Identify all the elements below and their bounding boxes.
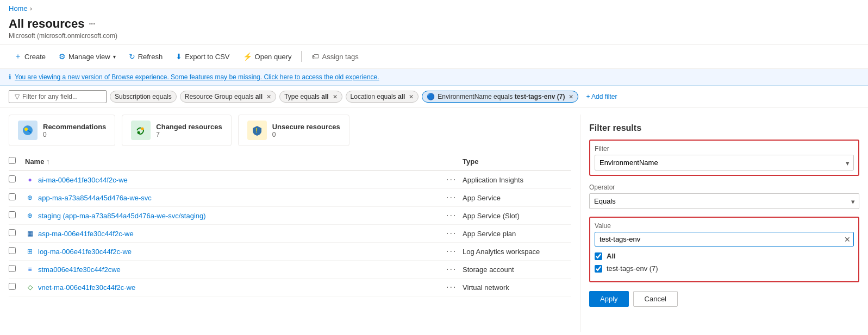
operator-section: Operator Equals ▾ bbox=[589, 184, 859, 209]
recommendations-text: Recommendations 0 bbox=[43, 123, 106, 138]
breadcrumb-separator: › bbox=[30, 4, 32, 12]
env-checkbox-item: test-tags-env (7) bbox=[595, 264, 854, 273]
changed-resources-card[interactable]: Changed resources 7 bbox=[122, 115, 231, 146]
env-filter-close[interactable]: ✕ bbox=[569, 93, 573, 100]
all-checkbox-label[interactable]: All bbox=[607, 252, 616, 260]
export-icon: ⬇ bbox=[176, 52, 182, 61]
table-row: ▦ asp-ma-006e41fe30c44f2c-we ··· App Ser… bbox=[9, 225, 571, 243]
assign-tags-button[interactable]: 🏷 Assign tags bbox=[306, 49, 364, 64]
unsecure-resources-text: Unsecure resources 0 bbox=[272, 123, 340, 138]
resource-link[interactable]: ⊞ log-ma-006e41fe30c44f2c-we bbox=[25, 246, 446, 256]
location-filter-tag[interactable]: Location equals all ✕ bbox=[346, 91, 419, 103]
resource-icon: ≡ bbox=[25, 264, 35, 274]
changed-resources-text: Changed resources 7 bbox=[156, 123, 222, 138]
add-filter-button[interactable]: + Add filter bbox=[582, 91, 621, 102]
row-more-button[interactable]: ··· bbox=[446, 246, 457, 256]
row-checkbox[interactable] bbox=[9, 247, 16, 254]
main-content: Recommendations 0 Changed resources 7 ! bbox=[0, 108, 868, 332]
info-icon: ℹ bbox=[9, 73, 11, 81]
col-name-header: Name ↑ bbox=[25, 157, 446, 166]
create-button[interactable]: ＋ Create bbox=[9, 49, 51, 64]
open-query-button[interactable]: ⚡ Open query bbox=[238, 49, 297, 64]
filter-value-clear-button[interactable]: ✕ bbox=[844, 235, 851, 244]
resource-link[interactable]: ⊕ staging (app-ma-a73a8544a45d476a-we-sv… bbox=[25, 211, 446, 220]
all-checkbox-item: All bbox=[595, 252, 854, 260]
table-row: ◇ vnet-ma-006e41fe30c44f2c-we ··· Virtua… bbox=[9, 279, 571, 296]
create-icon: ＋ bbox=[14, 52, 22, 61]
changed-resources-icon bbox=[131, 121, 151, 140]
row-checkbox[interactable] bbox=[9, 175, 16, 182]
unsecure-resources-card[interactable]: ! Unsecure resources 0 bbox=[238, 115, 349, 146]
resource-link[interactable]: ⊕ app-ma-a73a8544a45d476a-we-svc bbox=[25, 193, 446, 203]
type-filter-close[interactable]: ✕ bbox=[333, 93, 338, 100]
row-checkbox[interactable] bbox=[9, 211, 16, 218]
row-more-button[interactable]: ··· bbox=[446, 264, 457, 274]
row-more-button[interactable]: ··· bbox=[446, 229, 457, 238]
filter-results-panel: Filter results Filter EnvironmentName ▾ … bbox=[580, 115, 868, 332]
refresh-button[interactable]: ↻ Refresh bbox=[123, 49, 168, 64]
info-banner-link[interactable]: You are viewing a new version of Browse … bbox=[15, 73, 379, 81]
breadcrumb-home[interactable]: Home bbox=[9, 4, 28, 12]
table-row: ≡ stma006e41fe30c44f2cwe ··· Storage acc… bbox=[9, 261, 571, 279]
resource-link[interactable]: ≡ stma006e41fe30c44f2cwe bbox=[25, 264, 446, 274]
filter-select[interactable]: EnvironmentName bbox=[595, 155, 854, 170]
type-filter-tag[interactable]: Type equals all ✕ bbox=[279, 91, 342, 103]
resource-icon: ● bbox=[25, 175, 35, 185]
env-checkbox[interactable] bbox=[595, 265, 602, 273]
row-checkbox[interactable] bbox=[9, 229, 16, 236]
filter-placeholder: Filter for any field... bbox=[22, 93, 78, 100]
resource-link[interactable]: ● ai-ma-006e41fe30c44f2c-we bbox=[25, 175, 446, 185]
resource-icon: ⊕ bbox=[25, 193, 35, 203]
left-panel: Recommendations 0 Changed resources 7 ! bbox=[0, 108, 580, 332]
all-checkbox[interactable] bbox=[595, 252, 602, 260]
table-header: Name ↑ Type bbox=[9, 153, 571, 171]
subscription-filter-tag[interactable]: Subscription equals bbox=[110, 91, 177, 103]
recommendations-icon bbox=[18, 121, 38, 140]
more-options-icon[interactable]: ··· bbox=[89, 20, 95, 28]
row-checkbox[interactable] bbox=[9, 193, 16, 200]
filter-input[interactable]: ▽ Filter for any field... bbox=[9, 90, 107, 103]
panel-buttons: Apply Cancel bbox=[589, 291, 859, 307]
page-subtitle: Microsoft (microsoft.onmicrosoft.com) bbox=[9, 32, 859, 40]
row-more-button[interactable]: ··· bbox=[446, 175, 457, 184]
table-row: ● ai-ma-006e41fe30c44f2c-we ··· Applicat… bbox=[9, 171, 571, 189]
row-more-button[interactable]: ··· bbox=[446, 211, 457, 220]
cancel-button[interactable]: Cancel bbox=[633, 291, 678, 307]
filter-select-wrapper: EnvironmentName ▾ bbox=[595, 155, 854, 170]
apply-button[interactable]: Apply bbox=[589, 291, 629, 307]
resource-icon: ⊕ bbox=[25, 211, 35, 220]
operator-select-wrapper: Equals ▾ bbox=[589, 193, 859, 209]
tag-icon: 🏷 bbox=[311, 52, 319, 61]
row-more-button[interactable]: ··· bbox=[446, 282, 457, 292]
table-row: ⊞ log-ma-006e41fe30c44f2c-we ··· Log Ana… bbox=[9, 243, 571, 261]
unsecure-resources-icon: ! bbox=[247, 121, 267, 140]
svg-point-2 bbox=[141, 128, 144, 130]
filter-value-input[interactable] bbox=[595, 232, 854, 246]
row-checkbox[interactable] bbox=[9, 265, 16, 272]
refresh-icon: ↻ bbox=[129, 52, 135, 61]
filter-label: Filter bbox=[595, 145, 854, 153]
resource-link[interactable]: ◇ vnet-ma-006e41fe30c44f2c-we bbox=[25, 282, 446, 292]
manage-view-button[interactable]: ⚙ Manage view ▾ bbox=[53, 49, 121, 64]
resource-group-filter-close[interactable]: ✕ bbox=[266, 93, 271, 100]
gear-icon: ⚙ bbox=[59, 52, 66, 61]
recommendations-card[interactable]: Recommendations 0 bbox=[9, 115, 115, 146]
env-checkbox-label[interactable]: test-tags-env (7) bbox=[607, 264, 658, 273]
env-filter-icon: 🔵 bbox=[427, 93, 435, 100]
operator-label: Operator bbox=[589, 184, 859, 191]
resource-icon: ▦ bbox=[25, 229, 35, 238]
toolbar: ＋ Create ⚙ Manage view ▾ ↻ Refresh ⬇ Exp… bbox=[0, 44, 868, 69]
resource-group-filter-tag[interactable]: Resource Group equals all ✕ bbox=[180, 91, 276, 103]
resource-link[interactable]: ▦ asp-ma-006e41fe30c44f2c-we bbox=[25, 229, 446, 238]
resource-icon: ◇ bbox=[25, 282, 35, 292]
row-checkbox[interactable] bbox=[9, 283, 16, 290]
col-type-header: Type bbox=[463, 157, 571, 166]
export-csv-button[interactable]: ⬇ Export to CSV bbox=[170, 49, 235, 64]
filter-icon: ▽ bbox=[15, 93, 20, 100]
row-more-button[interactable]: ··· bbox=[446, 193, 457, 202]
svg-point-3 bbox=[138, 131, 140, 134]
select-all-checkbox[interactable] bbox=[9, 157, 16, 164]
location-filter-close[interactable]: ✕ bbox=[409, 93, 414, 100]
env-filter-tag[interactable]: 🔵 EnvironmentName equals test-tags-env (… bbox=[422, 91, 578, 103]
operator-select[interactable]: Equals bbox=[589, 193, 859, 209]
